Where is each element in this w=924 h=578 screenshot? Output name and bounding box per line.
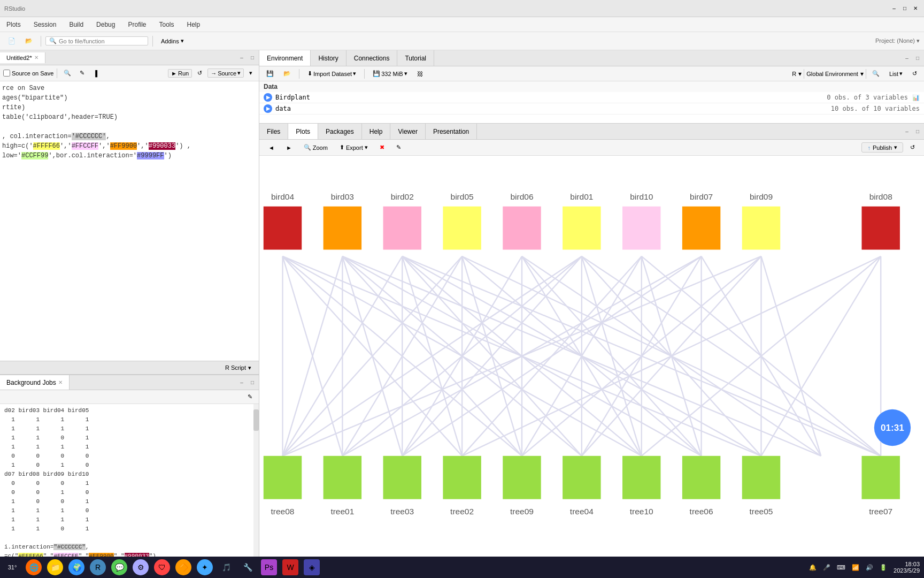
taskbar-icon-word[interactable]: W — [282, 559, 298, 575]
menu-plots[interactable]: Plots — [4, 20, 23, 29]
minimize-button[interactable]: – — [890, 4, 898, 13]
code-editor[interactable]: rce on Save ages("bipartite") rtite) tab… — [0, 81, 259, 361]
menu-profile[interactable]: Profile — [126, 20, 148, 29]
plot-tab-help[interactable]: Help — [362, 124, 391, 139]
addins-button[interactable]: Addins ▾ — [157, 36, 188, 46]
menu-help[interactable]: Help — [184, 20, 202, 29]
r-script-tab[interactable]: R Script ▾ — [221, 363, 256, 372]
taskbar-icon-app[interactable]: ✦ — [197, 559, 213, 575]
export-button[interactable]: ⬆ Export ▾ — [335, 142, 373, 153]
menu-build[interactable]: Build — [67, 20, 86, 29]
refresh-plot-button[interactable]: ↺ — [905, 142, 920, 153]
bg-content[interactable]: d02 bird03 bird04 bird05 1 1 1 1 1 1 1 1… — [0, 404, 259, 557]
taskbar-icon-browser3[interactable]: 🔶 — [175, 559, 191, 575]
bird04-label: bird04 — [271, 192, 295, 201]
plot-tab-viewer[interactable]: Viewer — [390, 124, 425, 139]
env-row-data[interactable]: ▶ data 10 obs. of 10 variables — [259, 103, 924, 115]
search-env-button[interactable]: 🔍 — [868, 69, 883, 78]
svg-line-35 — [582, 256, 642, 456]
brush-button[interactable]: ✎ — [391, 142, 406, 153]
env-tab-environment[interactable]: Environment — [259, 50, 311, 66]
zoom-button[interactable]: 🔍 Zoom — [299, 142, 333, 153]
taskbar-icon-browser2[interactable]: 🌍 — [68, 559, 84, 575]
plot-tab-presentation[interactable]: Presentation — [426, 124, 477, 139]
bird03-node — [324, 207, 361, 250]
taskbar-icon-security[interactable]: 🛡 — [154, 559, 170, 575]
plot-tab-packages[interactable]: Packages — [318, 124, 362, 139]
refresh-env-button[interactable]: ↺ — [908, 69, 921, 78]
clear-plot-button[interactable]: ✖ — [375, 142, 389, 153]
env-row-birdplant[interactable]: ▶ Birdplant 0 obs. of 3 variables 📊 — [259, 92, 924, 103]
new-file-button[interactable]: 📄 — [4, 36, 19, 46]
taskbar-battery-icon[interactable]: 🔋 — [880, 564, 887, 571]
source-on-save-checkbox[interactable] — [3, 70, 10, 77]
bg-clear-button[interactable]: ✎ — [244, 392, 256, 401]
run-button[interactable]: ► Run — [168, 69, 192, 78]
bg-scrollbar[interactable] — [253, 404, 259, 557]
editor-tab-close[interactable]: ✕ — [34, 55, 38, 60]
clear-console-button[interactable]: ⛓ — [413, 70, 427, 78]
open-file-button[interactable]: 📂 — [21, 36, 36, 46]
bg-tab-close-icon[interactable]: ✕ — [58, 379, 63, 385]
editor-maximize-btn[interactable]: □ — [248, 54, 257, 62]
editor-spell-button[interactable]: ▐ — [90, 69, 101, 78]
taskbar-icon-files[interactable]: 📁 — [47, 559, 63, 575]
env-tab-connections[interactable]: Connections — [346, 50, 398, 66]
plot-minimize-btn[interactable]: – — [903, 127, 911, 136]
plot-tab-files[interactable]: Files — [259, 124, 288, 139]
taskbar-icon-tools[interactable]: 🔧 — [240, 559, 256, 575]
editor-more-button[interactable]: ▾ — [246, 69, 256, 78]
publish-button[interactable]: ↑ Publish ▾ — [861, 142, 903, 153]
editor-minimize-btn[interactable]: – — [237, 54, 246, 62]
bg-tab-jobs[interactable]: Background Jobs ✕ — [0, 375, 70, 390]
env-minimize-btn[interactable]: – — [903, 54, 911, 63]
taskbar-icon-photoshop[interactable]: Ps — [261, 559, 277, 575]
taskbar-icon-browser[interactable]: 🌐 — [26, 559, 42, 575]
menu-debug[interactable]: Debug — [94, 20, 117, 29]
maximize-button[interactable]: □ — [900, 4, 909, 13]
editor-tab-untitled2[interactable]: Untitled2* ✕ — [0, 52, 45, 63]
list-toggle-button[interactable]: List ▾ — [886, 69, 906, 78]
bg-scrollbar-thumb[interactable] — [253, 409, 259, 431]
taskbar-icon-r[interactable]: R — [90, 559, 106, 575]
env-toolbar: 💾 📂 ⬇ Import Dataset ▾ 💾 332 MiB ▾ ⛓ R — [259, 66, 924, 81]
list-label: List — [889, 71, 898, 77]
plot-next-button[interactable]: ► — [281, 143, 297, 153]
taskbar-mic-icon[interactable]: 🎤 — [823, 564, 830, 571]
plot-tab-plots[interactable]: Plots — [288, 124, 318, 139]
bg-line-6: 0 0 0 0 — [4, 452, 255, 461]
taskbar-icon-media[interactable]: 🎵 — [218, 559, 234, 575]
plot-maximize-btn[interactable]: □ — [913, 127, 922, 136]
code-line-4: table('clipboard',header=TRUE) — [2, 112, 257, 122]
taskbar-icon-settings[interactable]: ⚙ — [133, 559, 149, 575]
taskbar-icon-chat[interactable]: 💬 — [111, 559, 127, 575]
search-editor-button[interactable]: 🔍 — [60, 69, 74, 78]
taskbar-volume-icon[interactable]: 🔊 — [866, 564, 873, 571]
taskbar-keyboard-icon[interactable]: ⌨ — [837, 564, 845, 571]
menu-tools[interactable]: Tools — [157, 20, 176, 29]
save-env-button[interactable]: 💾 — [263, 69, 278, 78]
plot-prev-button[interactable]: ◄ — [264, 143, 279, 153]
memory-button[interactable]: 💾 332 MiB ▾ — [369, 69, 411, 78]
goto-file-input[interactable] — [59, 38, 144, 44]
close-button[interactable]: ✕ — [911, 4, 920, 13]
editor-format-button[interactable]: ✎ — [76, 69, 88, 78]
bg-minimize-btn[interactable]: – — [237, 378, 246, 387]
menu-session[interactable]: Session — [32, 20, 59, 29]
import-dataset-button[interactable]: ⬇ Import Dataset ▾ — [304, 69, 360, 78]
memory-label: 332 MiB — [381, 71, 403, 77]
taskbar-notification-icon[interactable]: 🔔 — [809, 564, 817, 571]
birdplant-table-btn[interactable]: 📊 — [912, 94, 920, 101]
env-maximize-btn[interactable]: □ — [913, 54, 922, 63]
taskbar-icon-app2[interactable]: ◈ — [304, 559, 320, 575]
load-env-button[interactable]: 📂 — [280, 69, 295, 78]
tree05-node — [742, 456, 780, 499]
source-on-save-label[interactable]: Source on Save — [3, 70, 53, 77]
source-button[interactable]: → Source ▾ — [207, 69, 244, 78]
env-tab-history[interactable]: History — [311, 50, 346, 66]
bg-panel-toolbar: ✎ — [0, 390, 259, 404]
env-tab-tutorial[interactable]: Tutorial — [397, 50, 434, 66]
re-run-button[interactable]: ↺ — [194, 69, 205, 78]
bg-maximize-btn[interactable]: □ — [248, 378, 257, 387]
taskbar-network-icon[interactable]: 📶 — [852, 564, 859, 571]
